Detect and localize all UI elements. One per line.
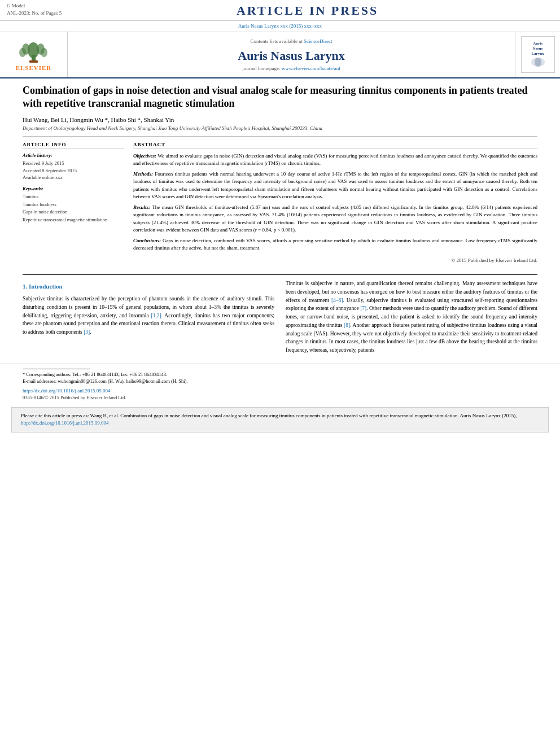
citation-doi-link[interactable]: http://dx.doi.org/10.1016/j.anl.2015.09.… bbox=[21, 420, 109, 426]
svg-rect-6 bbox=[29, 60, 38, 63]
svg-point-4 bbox=[19, 48, 26, 57]
body-divider bbox=[23, 274, 537, 275]
methods-text: Fourteen tinnitus patients with normal h… bbox=[133, 171, 537, 200]
abstract-heading: ABSTRACT bbox=[133, 142, 537, 149]
small-journal-logo: Auris Nasus Larynx bbox=[521, 36, 555, 73]
citation-link[interactable]: Auris Nasus Larynx xxx (2015) xxx–xxx bbox=[238, 23, 322, 29]
issn-line: 0385-8146/© 2015 Published by Elsevier I… bbox=[23, 395, 537, 400]
elsevier-logo: ELSEVIER bbox=[16, 38, 52, 71]
article-info-col: ARTICLE INFO Article history: Received 9… bbox=[23, 142, 124, 265]
history-label: Article history: bbox=[23, 152, 124, 158]
conclusions-label: Conclusions: bbox=[133, 238, 161, 243]
contents-line: Contents lists available at ScienceDirec… bbox=[251, 38, 333, 44]
article-divider bbox=[23, 137, 537, 137]
corresponding-note: * Corresponding authors. Tel.: +86 21 86… bbox=[23, 372, 537, 378]
article-content: Combination of gaps in noise detection a… bbox=[0, 78, 560, 270]
available-online: Available online xxx bbox=[23, 174, 124, 181]
article-info-abstract: ARTICLE INFO Article history: Received 9… bbox=[23, 142, 537, 265]
anl-label: ANL-2023; No. of Pages 5 bbox=[7, 10, 62, 17]
results-label: Results: bbox=[133, 204, 150, 210]
top-bar-left: G Model ANL-2023; No. of Pages 5 bbox=[7, 2, 62, 16]
small-logo-icon bbox=[527, 56, 549, 68]
received-date: Received 9 July 2015 bbox=[23, 160, 124, 167]
journal-header: ELSEVIER Contents lists available at Sci… bbox=[0, 32, 560, 78]
journal-title: Auris Nasus Larynx bbox=[238, 49, 344, 63]
keyword-2: Tinnitus loudness bbox=[23, 201, 124, 209]
abstract-text: Objectives: We aimed to evaluate gaps in… bbox=[133, 152, 537, 265]
svg-point-8 bbox=[535, 58, 541, 67]
elsevier-text-label: ELSEVIER bbox=[16, 64, 52, 71]
journal-homepage: journal homepage: www.elsevier.com/locat… bbox=[242, 65, 340, 71]
page-wrapper: G Model ANL-2023; No. of Pages 5 ARTICLE… bbox=[0, 0, 560, 433]
article-in-press-banner: ARTICLE IN PRESS bbox=[62, 2, 553, 19]
intro-col-left: 1. Introduction Subjective tinnitus is c… bbox=[23, 279, 274, 357]
elsevier-logo-area: ELSEVIER bbox=[0, 32, 68, 77]
article-info-heading: ARTICLE INFO bbox=[23, 142, 124, 149]
conclusions-text: Gaps in noise detection, combined with V… bbox=[133, 238, 537, 251]
abstract-conclusions: Conclusions: Gaps in noise detection, co… bbox=[133, 237, 537, 252]
citation-box: Please cite this article in press as: Wa… bbox=[11, 407, 549, 433]
homepage-url[interactable]: www.elsevier.com/locate/anl bbox=[282, 65, 340, 71]
keyword-1: Tinnitus bbox=[23, 193, 124, 201]
article-history: Article history: Received 9 July 2015 Ac… bbox=[23, 152, 124, 181]
intro-para-2: Tinnitus is subjective in nature, and qu… bbox=[286, 279, 537, 354]
keywords-label: Keywords: bbox=[23, 186, 124, 191]
doi-link[interactable]: http://dx.doi.org/10.1016/j.anl.2015.09.… bbox=[23, 388, 111, 394]
abstract-col: ABSTRACT Objectives: We aimed to evaluat… bbox=[133, 142, 537, 265]
section-1-heading: 1. Introduction bbox=[23, 282, 274, 291]
keyword-4: Repetitive transcranial magnetic stimula… bbox=[23, 216, 124, 224]
objectives-text: We aimed to evaluate gaps in noise (GIN)… bbox=[133, 153, 537, 167]
authors-line: Hui Wang, Bei Li, Hongmin Wu *, Haibo Sh… bbox=[23, 116, 537, 123]
citation-header: Auris Nasus Larynx xxx (2015) xxx–xxx bbox=[0, 21, 560, 32]
elsevier-tree-icon bbox=[18, 38, 49, 63]
introduction-section: 1. Introduction Subjective tinnitus is c… bbox=[0, 279, 560, 357]
copyright-line: © 2015 Published by Elsevier Ireland Ltd… bbox=[133, 257, 537, 265]
journal-logo-right: Auris Nasus Larynx bbox=[515, 32, 560, 77]
top-bar: G Model ANL-2023; No. of Pages 5 ARTICLE… bbox=[0, 0, 560, 21]
results-text: The mean GIN thresholds of tinnitus-affe… bbox=[133, 204, 537, 233]
keywords-group: Keywords: Tinnitus Tinnitus loudness Gap… bbox=[23, 186, 124, 224]
email-note: E-mail addresses: wuhongmin88@126.com (H… bbox=[23, 378, 537, 385]
keyword-3: Gaps in noise detection bbox=[23, 208, 124, 216]
abstract-methods: Methods: Fourteen tinnitus patients with… bbox=[133, 171, 537, 201]
intro-para-1: Subjective tinnitus is characterized by … bbox=[23, 295, 274, 337]
objectives-label: Objectives: bbox=[133, 153, 156, 159]
footer-notes: * Corresponding authors. Tel.: +86 21 86… bbox=[0, 364, 560, 403]
svg-point-5 bbox=[41, 48, 47, 57]
sciencedirect-link[interactable]: ScienceDirect bbox=[304, 38, 332, 44]
abstract-objectives: Objectives: We aimed to evaluate gaps in… bbox=[133, 152, 537, 168]
article-title: Combination of gaps in noise detection a… bbox=[23, 84, 537, 111]
footer-divider bbox=[23, 369, 90, 369]
intro-col-right: Tinnitus is subjective in nature, and qu… bbox=[286, 279, 537, 357]
methods-label: Methods: bbox=[133, 171, 153, 177]
g-model-label: G Model bbox=[7, 2, 62, 10]
authors-text: Hui Wang, Bei Li, Hongmin Wu *, Haibo Sh… bbox=[23, 116, 174, 123]
affiliation-line: Department of Otolaryngology Head and Ne… bbox=[23, 125, 537, 131]
abstract-results: Results: The mean GIN thresholds of tinn… bbox=[133, 204, 537, 234]
accepted-date: Accepted 8 September 2015 bbox=[23, 167, 124, 174]
journal-center: Contents lists available at ScienceDirec… bbox=[68, 32, 515, 77]
